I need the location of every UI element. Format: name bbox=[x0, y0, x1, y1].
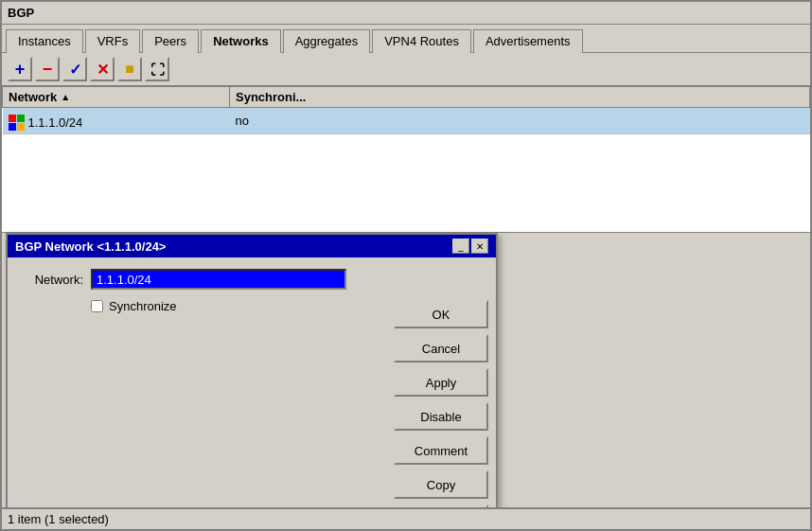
add-icon: + bbox=[15, 60, 26, 80]
copy-toolbar-button[interactable]: ■ bbox=[117, 57, 142, 81]
tab-advertisements[interactable]: Advertisements bbox=[473, 29, 583, 53]
ok-button[interactable]: OK bbox=[394, 300, 488, 328]
dialog-buttons: OK Cancel Apply Disable Comment bbox=[394, 300, 488, 507]
main-window: BGP Instances VRFs Peers Networks Aggreg… bbox=[0, 0, 812, 531]
networks-table: Network ▲ Synchroni... bbox=[2, 86, 810, 134]
toolbar: + − ✓ ✕ ■ ⛶ bbox=[2, 53, 810, 86]
status-text: 1 item (1 selected) bbox=[8, 512, 109, 526]
filter-icon: ⛶ bbox=[150, 62, 165, 78]
remove-button[interactable]: Remove bbox=[394, 504, 488, 507]
tab-peers[interactable]: Peers bbox=[142, 29, 199, 53]
col-network: Network ▲ bbox=[3, 87, 230, 108]
synchronize-checkbox[interactable] bbox=[91, 300, 103, 312]
bottom-status: 1 item (1 selected) bbox=[2, 507, 810, 529]
apply-button[interactable]: Apply bbox=[394, 368, 488, 397]
network-input[interactable] bbox=[91, 269, 346, 290]
x-button[interactable]: ✕ bbox=[90, 57, 115, 81]
table-row[interactable]: 1.1.1.0/24 no bbox=[3, 108, 810, 134]
network-field-row: Network: bbox=[17, 269, 486, 290]
cancel-button[interactable]: Cancel bbox=[394, 334, 488, 363]
dialog: BGP Network <1.1.1.0/24> _ ✕ Network: bbox=[6, 233, 498, 507]
tab-networks[interactable]: Networks bbox=[201, 29, 281, 53]
check-button[interactable]: ✓ bbox=[62, 57, 87, 81]
dialog-title-bar: BGP Network <1.1.1.0/24> _ ✕ bbox=[8, 235, 496, 257]
cell-synchronize: no bbox=[230, 108, 810, 134]
title-bar: BGP bbox=[2, 2, 810, 25]
content-area: Network ▲ Synchroni... bbox=[2, 86, 810, 507]
dialog-minimize-button[interactable]: _ bbox=[452, 239, 469, 254]
tab-vrfs[interactable]: VRFs bbox=[85, 29, 141, 53]
comment-button[interactable]: Comment bbox=[394, 436, 488, 465]
close-icon: ✕ bbox=[476, 241, 484, 252]
dialog-title-text: BGP Network <1.1.1.0/24> bbox=[15, 239, 166, 254]
window-title: BGP bbox=[8, 6, 34, 20]
check-icon: ✓ bbox=[69, 61, 81, 79]
add-button[interactable]: + bbox=[8, 57, 32, 81]
synchronize-label: Synchronize bbox=[109, 299, 177, 313]
tab-vpn4routes[interactable]: VPN4 Routes bbox=[372, 29, 471, 53]
table-area: Network ▲ Synchroni... bbox=[2, 86, 810, 233]
subtract-button[interactable]: − bbox=[35, 57, 60, 81]
filter-button[interactable]: ⛶ bbox=[145, 57, 169, 81]
tab-aggregates[interactable]: Aggregates bbox=[283, 29, 371, 53]
tab-bar: Instances VRFs Peers Networks Aggregates… bbox=[2, 25, 810, 53]
copy-button[interactable]: Copy bbox=[394, 470, 488, 499]
minus-icon: − bbox=[43, 60, 53, 80]
tab-instances[interactable]: Instances bbox=[6, 29, 83, 53]
disable-button[interactable]: Disable bbox=[394, 402, 488, 431]
x-icon: ✕ bbox=[97, 61, 109, 79]
dialog-close-button[interactable]: ✕ bbox=[471, 239, 488, 254]
sort-icon: ▲ bbox=[61, 92, 70, 102]
copy-icon: ■ bbox=[125, 61, 134, 78]
col-synchronize: Synchroni... bbox=[230, 87, 810, 108]
network-label: Network: bbox=[17, 273, 83, 287]
cell-network: 1.1.1.0/24 bbox=[3, 108, 230, 134]
network-icon bbox=[9, 115, 25, 131]
minimize-icon: _ bbox=[458, 241, 464, 252]
